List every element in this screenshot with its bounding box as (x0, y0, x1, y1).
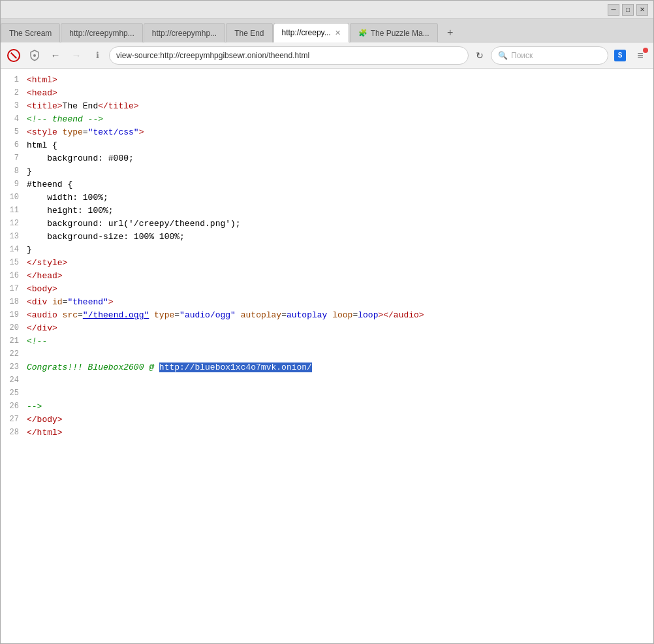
source-line-18: 18 <div id="theend"> (1, 296, 653, 309)
tab-puzzle[interactable]: 🧩 The Puzzle Ma... (350, 23, 438, 42)
puzzle-favicon: 🧩 (358, 29, 367, 37)
source-line-21: 21 <!-- (1, 335, 653, 348)
browser-window: ─ □ ✕ The Scream http://creepymhp... htt… (0, 0, 654, 644)
source-line-6: 6 html { (1, 139, 653, 152)
congrats-link[interactable]: http://bluebox1xc4o7mvk.onion/ (159, 362, 312, 372)
source-line-1: 1 <html> (1, 74, 653, 87)
menu-notification-dot (643, 48, 648, 53)
tab-close-icon[interactable]: ✕ (335, 29, 341, 37)
source-line-25: 25 (1, 387, 653, 400)
search-box[interactable]: 🔍 Поиск (491, 46, 608, 65)
source-line-5: 5 <style type="text/css"> (1, 126, 653, 139)
tab-label: The Puzzle Ma... (371, 29, 429, 38)
source-line-23: 23 Congrats!!! Bluebox2600 @ http://blue… (1, 361, 653, 374)
maximize-button[interactable]: □ (622, 4, 634, 16)
source-line-4: 4 <!-- theend --> (1, 113, 653, 126)
tab-label: http://creepymhp... (152, 29, 217, 38)
tab-creepy-2[interactable]: http://creepymhp... (144, 23, 225, 42)
source-line-22: 22 (1, 348, 653, 361)
new-tab-button[interactable]: + (441, 24, 459, 42)
source-line-19: 19 <audio src="/theend.ogg" type="audio/… (1, 309, 653, 322)
source-line-10: 10 width: 100%; (1, 191, 653, 204)
tab-label: The Scream (9, 29, 52, 38)
source-line-14: 14 } (1, 244, 653, 257)
minimize-button[interactable]: ─ (608, 4, 619, 16)
address-text: view-source:http://creepymhpgibsewr.onio… (116, 51, 461, 60)
nav-right-icons: S ≡ (611, 46, 649, 65)
source-view: 1 <html> 2 <head> 3 <title>The End</titl… (1, 69, 653, 643)
source-line-27: 27 </body> (1, 413, 653, 427)
source-line-17: 17 <body> (1, 283, 653, 296)
tab-label: http://creepymhp... (69, 29, 134, 38)
back-button[interactable]: ← (46, 46, 65, 65)
svg-point-0 (33, 54, 36, 57)
menu-button[interactable]: ≡ (631, 46, 649, 65)
extension-icon[interactable] (25, 46, 44, 65)
source-line-16: 16 </head> (1, 270, 653, 283)
reload-button[interactable]: ↻ (471, 47, 488, 64)
source-line-7: 7 background: #000; (1, 152, 653, 165)
source-line-26: 26 --> (1, 400, 653, 413)
address-bar[interactable]: view-source:http://creepymhpgibsewr.onio… (109, 46, 469, 65)
search-icon: 🔍 (498, 51, 508, 60)
search-placeholder: Поиск (511, 51, 533, 60)
source-line-11: 11 height: 100%; (1, 204, 653, 217)
source-line-9: 9 #theend { (1, 178, 653, 191)
tab-label: http://creepy... (282, 28, 331, 37)
tab-the-scream[interactable]: The Scream (1, 23, 60, 42)
source-line-3: 3 <title>The End</title> (1, 100, 653, 113)
tab-creepy-1[interactable]: http://creepymhp... (61, 23, 142, 42)
nav-bar: ← → ℹ view-source:http://creepymhpgibsew… (1, 42, 653, 69)
close-button[interactable]: ✕ (636, 4, 648, 16)
source-line-28: 28 </html> (1, 427, 653, 440)
forward-button[interactable]: → (67, 46, 86, 65)
source-line-24: 24 (1, 374, 653, 387)
tabs-bar: The Scream http://creepymhp... http://cr… (1, 19, 653, 42)
source-line-12: 12 background: url('/creepy/theend.png')… (1, 217, 653, 231)
title-bar: ─ □ ✕ (1, 1, 653, 19)
tab-label: The End (234, 29, 264, 38)
source-line-15: 15 </style> (1, 257, 653, 270)
info-icon[interactable]: ℹ (88, 46, 106, 65)
source-line-2: 2 <head> (1, 87, 653, 100)
skype-icon[interactable]: S (611, 46, 629, 65)
block-icon (5, 46, 23, 65)
tab-the-end[interactable]: The End (226, 23, 272, 42)
source-line-13: 13 background-size: 100% 100%; (1, 231, 653, 244)
source-line-8: 8 } (1, 165, 653, 178)
tab-creepy-active[interactable]: http://creepy... ✕ (273, 23, 349, 42)
s-badge: S (614, 50, 626, 61)
source-line-20: 20 </div> (1, 322, 653, 335)
